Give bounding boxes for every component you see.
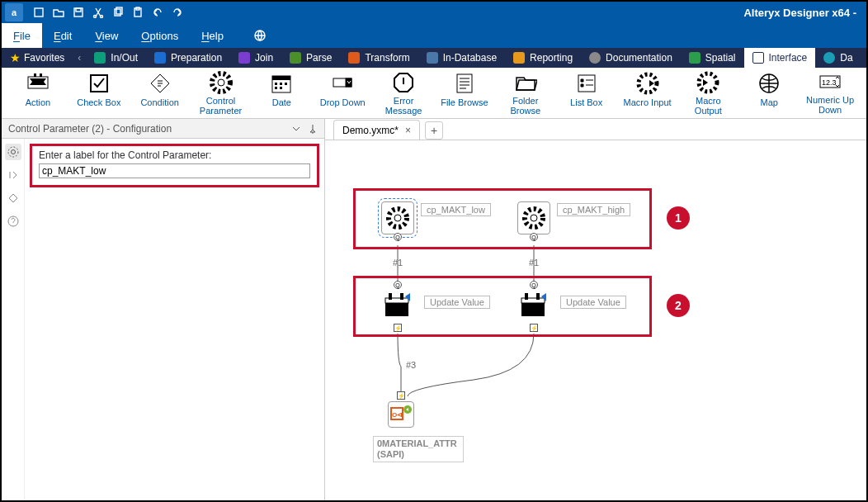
document-tab[interactable]: Demo.yxmc* × xyxy=(333,120,420,140)
chevron-down-icon[interactable] xyxy=(291,124,301,134)
svg-rect-2 xyxy=(76,8,81,12)
node-label: cp_MAKT_high xyxy=(557,203,630,216)
tool-date[interactable]: Date xyxy=(252,71,311,115)
svg-rect-12 xyxy=(40,73,42,77)
configuration-panel: Control Parameter (2) - Configuration En… xyxy=(2,119,325,500)
svg-rect-41 xyxy=(389,293,392,300)
redo-icon[interactable] xyxy=(172,7,183,18)
pin-icon[interactable] xyxy=(308,124,318,134)
node-cp-makt-low[interactable]: Q cp_MAKT_low xyxy=(381,201,414,234)
menu-help[interactable]: Help xyxy=(190,23,235,48)
tool-condition[interactable]: Condition xyxy=(130,71,190,115)
anchor-q-top: Q xyxy=(394,281,402,289)
node-update-value-2[interactable]: Q ⚡ Update Value xyxy=(517,289,550,322)
menu-file[interactable]: File xyxy=(2,23,42,48)
star-icon: ★ xyxy=(10,51,21,64)
node-material-attr[interactable]: ⚡ O⊲ xyxy=(388,401,414,428)
config-form: Enter a label for the Control Parameter: xyxy=(25,139,324,500)
svg-rect-20 xyxy=(285,83,287,85)
menu-edit[interactable]: Edit xyxy=(42,23,83,48)
app-logo-icon: a xyxy=(5,3,23,21)
svg-point-33 xyxy=(8,147,18,157)
cat-inout[interactable]: In/Out xyxy=(86,48,146,68)
action-icon xyxy=(381,289,414,322)
document-tab-strip: Demo.yxmc* × + xyxy=(325,119,866,140)
cat-indatabase[interactable]: In-Database xyxy=(418,48,505,68)
tool-macro-input[interactable]: Macro Input xyxy=(618,71,677,115)
svg-point-4 xyxy=(101,16,103,18)
cat-more[interactable]: Da xyxy=(815,48,861,68)
tool-ribbon: Action Check Box Condition Control Param… xyxy=(2,68,866,119)
node-label: cp_MAKT_low xyxy=(421,203,491,216)
copy-icon[interactable] xyxy=(112,7,124,18)
config-tab-help-icon[interactable] xyxy=(5,213,21,230)
config-panel-title: Control Parameter (2) - Configuration xyxy=(8,123,172,135)
svg-rect-22 xyxy=(280,87,282,89)
tool-list-box[interactable]: List Box xyxy=(557,71,616,115)
tool-file-browse[interactable]: File Browse xyxy=(435,71,494,115)
tool-folder-browse[interactable]: Folder Browse xyxy=(496,71,555,115)
tool-dropdown[interactable]: Drop Down xyxy=(313,71,372,115)
open-icon[interactable] xyxy=(53,7,64,18)
node-update-value-1[interactable]: Q ⚡ Update Value xyxy=(381,289,414,322)
svg-point-37 xyxy=(531,215,537,221)
anchor-bolt: ⚡ xyxy=(394,324,402,332)
config-highlight-box: Enter a label for the Control Parameter: xyxy=(30,144,319,187)
svg-rect-5 xyxy=(115,9,120,16)
svg-rect-17 xyxy=(272,76,290,80)
node-cp-makt-high[interactable]: Q cp_MAKT_high xyxy=(517,201,550,234)
titlebar: a Alteryx Designer x64 - xyxy=(2,2,866,23)
anchor-q: Q xyxy=(530,233,538,241)
menu-globe-icon[interactable] xyxy=(242,23,278,48)
control-parameter-label-input[interactable] xyxy=(39,163,310,178)
svg-point-32 xyxy=(11,150,15,154)
save-icon[interactable] xyxy=(73,7,84,18)
gear-icon xyxy=(517,201,550,234)
cat-reporting[interactable]: Reporting xyxy=(505,48,581,68)
config-tab-gear-icon[interactable] xyxy=(5,144,21,160)
gear-icon xyxy=(381,201,414,234)
cat-parse[interactable]: Parse xyxy=(281,48,340,68)
tool-numeric-updown[interactable]: 12.3Numeric Up Down xyxy=(800,71,860,115)
close-tab-icon[interactable]: × xyxy=(405,125,411,136)
canvas-area: Demo.yxmc* × + 1 2 xyxy=(325,119,866,500)
menu-options[interactable]: Options xyxy=(130,23,190,48)
conn-label-2: #1 xyxy=(529,258,539,268)
favorites-tab[interactable]: ★Favorites xyxy=(2,51,73,64)
node-label: Update Value xyxy=(424,296,490,309)
config-tab-annotate-icon[interactable] xyxy=(5,190,21,206)
new-icon[interactable] xyxy=(33,7,45,18)
svg-rect-45 xyxy=(525,293,528,300)
undo-icon[interactable] xyxy=(152,7,163,18)
config-field-label: Enter a label for the Control Parameter: xyxy=(39,149,310,161)
scroll-left-icon[interactable]: ‹ xyxy=(73,52,86,64)
svg-rect-6 xyxy=(116,7,122,14)
svg-point-35 xyxy=(394,215,401,221)
tool-macro-output[interactable]: Macro Output xyxy=(678,71,738,115)
tool-error-message[interactable]: Error Message xyxy=(374,71,433,115)
cat-transform[interactable]: Transform xyxy=(340,48,417,68)
tool-map[interactable]: Map xyxy=(739,71,799,115)
config-tab-nav-icon[interactable] xyxy=(5,167,21,183)
add-tab-button[interactable]: + xyxy=(425,121,443,140)
tool-checkbox[interactable]: Check Box xyxy=(69,71,129,115)
action-icon xyxy=(517,289,550,322)
tool-control-parameter[interactable]: Control Parameter xyxy=(191,71,251,115)
cat-join[interactable]: Join xyxy=(230,48,281,68)
quick-access-toolbar[interactable] xyxy=(33,7,183,18)
anchor-q-top: Q xyxy=(530,281,538,289)
cat-interface[interactable]: Interface xyxy=(744,48,816,68)
cat-preparation[interactable]: Preparation xyxy=(146,48,230,68)
paste-icon[interactable] xyxy=(132,7,144,18)
callout-2: 2 xyxy=(667,294,690,317)
tool-action[interactable]: Action xyxy=(8,71,68,115)
cat-documentation[interactable]: Documentation xyxy=(581,48,681,68)
svg-rect-26 xyxy=(578,75,595,92)
cut-icon[interactable] xyxy=(92,7,104,18)
cat-spatial[interactable]: Spatial xyxy=(681,48,744,68)
svg-rect-18 xyxy=(275,83,277,85)
menu-view[interactable]: View xyxy=(83,23,130,48)
workflow-canvas[interactable]: 1 2 Q cp_MAKT_low #1 Q xyxy=(325,140,866,500)
callout-1: 1 xyxy=(667,206,690,230)
svg-rect-0 xyxy=(35,8,43,17)
